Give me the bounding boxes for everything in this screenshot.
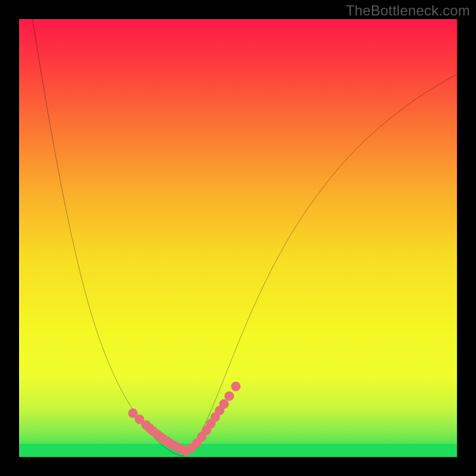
curve-marker — [220, 399, 228, 408]
watermark-text: TheBottleneck.com — [346, 2, 470, 19]
bottleneck-chart — [19, 19, 457, 457]
green-band — [19, 444, 457, 457]
curve-marker — [225, 392, 234, 400]
curve-marker — [231, 382, 240, 391]
gradient-background — [19, 19, 457, 457]
chart-frame: TheBottleneck.com — [0, 0, 476, 476]
